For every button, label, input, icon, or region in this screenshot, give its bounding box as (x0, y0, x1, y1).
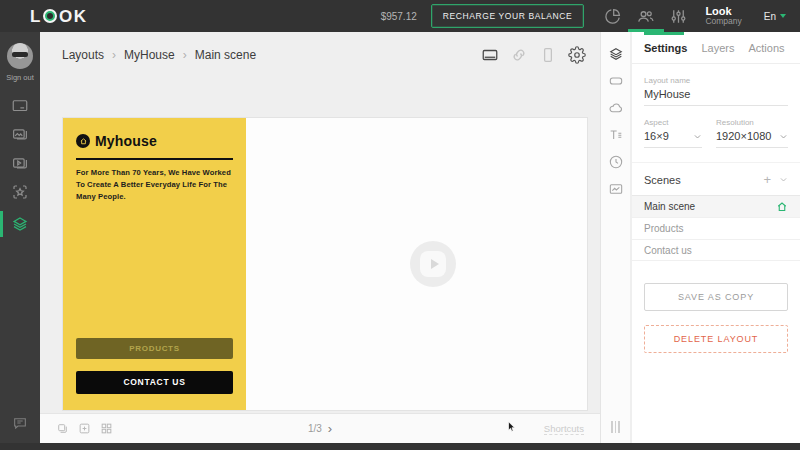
landscape-orientation-icon[interactable] (481, 46, 499, 64)
play-icon (420, 251, 446, 277)
add-scene-icon[interactable] (78, 422, 91, 435)
breadcrumb-separator: › (112, 48, 116, 62)
tool-text-icon[interactable] (601, 121, 630, 148)
window-bottom-edge (0, 443, 800, 450)
collapse-scenes-icon[interactable] (779, 175, 788, 184)
tab-actions[interactable]: Actions (748, 42, 784, 54)
settings-panel: Settings Layers Actions Layout name MyHo… (632, 32, 800, 443)
scene-canvas[interactable]: Myhouse For More Than 70 Years, We Have … (62, 117, 588, 411)
brand-header[interactable]: Myhouse (76, 133, 233, 149)
resolution-label: Resolution (716, 118, 788, 127)
tool-cloud-icon[interactable] (601, 94, 630, 121)
account-type: Company (705, 17, 741, 26)
add-scene-button[interactable]: + (763, 173, 771, 186)
sidebar-item-layouts[interactable] (0, 211, 40, 237)
language-selector[interactable]: En (764, 11, 786, 22)
account-balance: $957.12 (381, 11, 417, 22)
chevron-down-icon (779, 132, 788, 141)
sidebar-item-widgets[interactable] (0, 179, 40, 205)
duplicate-scene-icon[interactable] (56, 422, 69, 435)
account-menu[interactable]: Look Company (705, 5, 741, 26)
tagline-text[interactable]: For More Than 70 Years, We Have Worked T… (76, 167, 233, 203)
scenes-section: Scenes + Main scene Products Contact us (632, 162, 800, 261)
grid-view-icon[interactable] (100, 422, 113, 435)
page-indicator: 1/3 (308, 423, 322, 434)
breadcrumb: Layouts › MyHouse › Main scene (40, 32, 600, 78)
scene-item-main-scene[interactable]: Main scene (632, 195, 800, 217)
brand-panel-layer[interactable]: Myhouse For More Than 70 Years, We Have … (63, 118, 246, 410)
home-scene-icon (776, 201, 788, 213)
settings-gear-icon[interactable] (568, 46, 586, 64)
main-area: Layouts › MyHouse › Main scene (40, 32, 600, 443)
app-logo[interactable]: L O K (30, 8, 86, 25)
logo-letter: L (30, 8, 41, 25)
sidebar-item-videos[interactable] (0, 150, 40, 176)
users-icon[interactable] (629, 0, 662, 32)
left-sidebar: Sign out (0, 32, 40, 443)
aspect-label: Aspect (644, 118, 702, 127)
tab-settings[interactable]: Settings (644, 42, 687, 54)
products-preview-button[interactable]: PRODUCTS (76, 338, 233, 359)
aspect-value: 16×9 (644, 130, 669, 142)
language-label: En (764, 11, 776, 22)
next-page-chevron[interactable]: › (328, 422, 332, 435)
brand-name-text: Myhouse (95, 133, 157, 149)
logo-letter: K (74, 8, 87, 25)
resolution-value: 1920×1080 (716, 130, 771, 142)
breadcrumb-layouts[interactable]: Layouts (62, 48, 104, 62)
shortcuts-link[interactable]: Shortcuts (544, 423, 584, 435)
top-bar: L O K $957.12 RECHARGE YOUR BALANCE (0, 0, 800, 32)
save-as-copy-button[interactable]: SAVE AS COPY (644, 283, 788, 311)
tool-schedule-icon[interactable] (601, 148, 630, 175)
tool-media-icon[interactable] (601, 175, 630, 202)
link-orientation-icon[interactable] (510, 46, 528, 64)
active-sidebar-indicator (0, 211, 3, 237)
resolution-select[interactable]: 1920×1080 (716, 130, 788, 148)
logo-letter: O (59, 8, 73, 25)
chevron-down-icon (780, 14, 786, 18)
recharge-balance-button[interactable]: RECHARGE YOUR BALANCE (431, 4, 585, 28)
stats-icon[interactable] (596, 0, 629, 32)
play-video-button[interactable] (410, 241, 456, 287)
scene-name: Contact us (644, 245, 692, 256)
delete-layout-button[interactable]: DELETE LAYOUT (644, 325, 788, 353)
tool-layers-icon[interactable] (601, 40, 630, 67)
canvas-bottom-bar: 1/3 › Shortcuts (40, 413, 600, 443)
chevron-down-icon (693, 132, 702, 141)
active-tab-indicator (644, 32, 684, 35)
layout-name-label: Layout name (644, 76, 788, 85)
app-window: L O K $957.12 RECHARGE YOUR BALANCE (0, 0, 800, 450)
scene-name: Main scene (644, 201, 695, 212)
breadcrumb-separator: › (183, 48, 187, 62)
tool-button-widget-icon[interactable] (601, 67, 630, 94)
scene-name: Products (644, 223, 683, 234)
layer-tool-strip (600, 32, 631, 443)
breadcrumb-current-scene: Main scene (195, 48, 256, 62)
panel-resize-handle[interactable] (601, 421, 630, 433)
preferences-icon[interactable] (662, 0, 695, 32)
support-chat-icon[interactable] (0, 415, 40, 431)
logo-eye-icon (43, 9, 57, 23)
layout-name-input[interactable]: MyHouse (644, 88, 788, 106)
scenes-title: Scenes (644, 174, 681, 186)
portrait-orientation-icon[interactable] (539, 46, 557, 64)
tab-layers[interactable]: Layers (701, 42, 734, 54)
breadcrumb-layout-name[interactable]: MyHouse (124, 48, 175, 62)
user-avatar[interactable] (7, 43, 33, 69)
sign-out-button[interactable]: Sign out (0, 73, 40, 82)
panel-tabs: Settings Layers Actions (632, 32, 800, 64)
sidebar-item-screens[interactable] (0, 93, 40, 119)
brand-logo-icon (76, 134, 90, 148)
divider (76, 158, 233, 160)
contact-us-preview-button[interactable]: CONTACT US (76, 371, 233, 394)
sidebar-item-images[interactable] (0, 121, 40, 147)
scene-item-products[interactable]: Products (632, 217, 800, 239)
scene-item-contact-us[interactable]: Contact us (632, 239, 800, 261)
aspect-select[interactable]: 16×9 (644, 130, 702, 148)
